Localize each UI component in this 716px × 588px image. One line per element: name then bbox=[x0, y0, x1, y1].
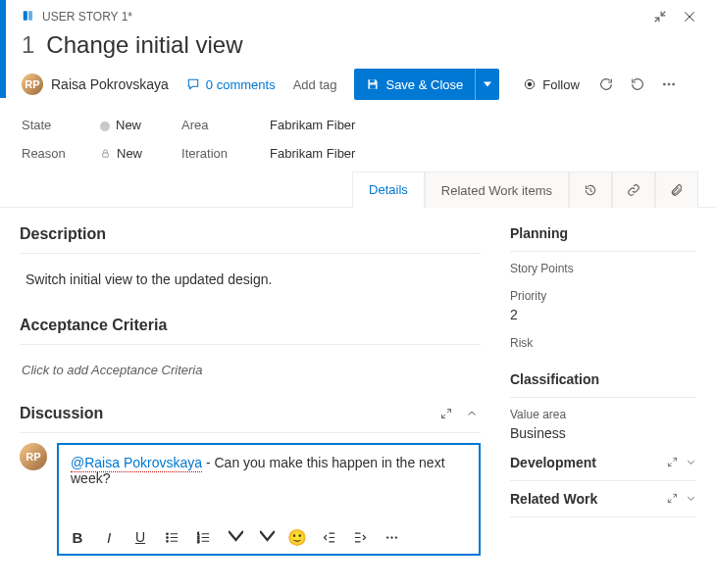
description-text[interactable]: Switch initial view to the updated desig… bbox=[26, 271, 481, 287]
state-field[interactable]: New bbox=[100, 118, 142, 132]
svg-point-16 bbox=[386, 536, 388, 538]
comments-count: 0 comments bbox=[206, 77, 276, 92]
rte-italic-button[interactable]: I bbox=[100, 528, 118, 546]
planning-heading: Planning bbox=[510, 225, 696, 241]
refresh-icon[interactable] bbox=[597, 75, 615, 93]
add-tag-button[interactable]: Add tag bbox=[293, 77, 337, 92]
svg-point-10 bbox=[166, 533, 168, 535]
rte-text-color-button[interactable] bbox=[257, 528, 275, 546]
acceptance-criteria-heading: Acceptance Criteria bbox=[20, 317, 481, 334]
svg-rect-2 bbox=[371, 79, 376, 82]
value-area-field[interactable]: Business bbox=[510, 425, 696, 441]
story-points-label: Story Points bbox=[510, 262, 696, 275]
area-label: Area bbox=[181, 118, 240, 132]
risk-label: Risk bbox=[510, 336, 696, 350]
value-area-label: Value area bbox=[510, 408, 696, 421]
tab-details[interactable]: Details bbox=[352, 172, 425, 208]
classification-heading: Classification bbox=[510, 371, 696, 387]
save-dropdown-caret[interactable] bbox=[475, 69, 499, 100]
discussion-heading: Discussion bbox=[20, 405, 103, 422]
state-dot-icon bbox=[100, 122, 110, 131]
iteration-label: Iteration bbox=[181, 146, 240, 161]
svg-rect-1 bbox=[28, 11, 32, 20]
rte-bold-button[interactable]: B bbox=[69, 528, 86, 546]
save-button-label: Save & Close bbox=[385, 77, 463, 92]
assignee-picker[interactable]: RP Raisa Pokrovskaya bbox=[22, 74, 169, 95]
state-label: State bbox=[22, 118, 71, 132]
svg-point-5 bbox=[528, 82, 532, 86]
svg-point-18 bbox=[395, 536, 397, 538]
collapse-in-icon[interactable] bbox=[651, 8, 669, 25]
user-story-type-icon bbox=[22, 9, 35, 25]
rte-more-button[interactable] bbox=[383, 528, 400, 546]
description-heading: Description bbox=[20, 225, 481, 243]
svg-point-11 bbox=[166, 536, 168, 538]
area-field[interactable]: Fabrikam Fiber bbox=[270, 118, 355, 132]
svg-rect-3 bbox=[371, 85, 377, 89]
svg-text:3: 3 bbox=[197, 539, 199, 543]
tab-related[interactable]: Related Work items bbox=[425, 172, 569, 208]
chevron-up-icon[interactable] bbox=[463, 405, 481, 422]
expand-icon[interactable] bbox=[667, 491, 678, 507]
reason-field[interactable]: New bbox=[100, 146, 142, 162]
development-heading: Development bbox=[510, 455, 596, 470]
undo-icon[interactable] bbox=[629, 75, 646, 93]
more-actions-icon[interactable] bbox=[660, 75, 678, 93]
expand-icon[interactable] bbox=[437, 405, 455, 422]
discussion-comment-input[interactable]: @Raisa Pokrovskaya - Can you make this h… bbox=[57, 443, 481, 556]
tab-attachments[interactable] bbox=[655, 172, 698, 208]
rte-emoji-button[interactable]: 🙂 bbox=[288, 528, 306, 546]
acceptance-criteria-input[interactable]: Click to add Acceptance Criteria bbox=[22, 363, 481, 377]
chevron-down-icon[interactable] bbox=[686, 455, 696, 470]
assignee-name: Raisa Pokrovskaya bbox=[51, 76, 169, 92]
rte-numbered-list-button[interactable]: 123 bbox=[194, 528, 212, 546]
reason-label: Reason bbox=[22, 146, 71, 161]
avatar: RP bbox=[22, 74, 43, 95]
save-and-close-button[interactable]: Save & Close bbox=[354, 69, 499, 100]
expand-icon[interactable] bbox=[667, 455, 678, 470]
work-item-type-label: USER STORY 1* bbox=[42, 10, 132, 24]
chevron-down-icon[interactable] bbox=[686, 491, 696, 507]
priority-field[interactable]: 2 bbox=[510, 307, 696, 322]
rte-highlight-button[interactable] bbox=[226, 528, 243, 546]
rte-bullet-list-button[interactable] bbox=[163, 528, 180, 546]
svg-point-8 bbox=[672, 83, 674, 85]
comments-link[interactable]: 0 comments bbox=[186, 77, 276, 92]
related-work-heading: Related Work bbox=[510, 491, 597, 507]
rte-outdent-button[interactable] bbox=[320, 528, 337, 546]
svg-point-6 bbox=[663, 83, 665, 85]
current-user-avatar: RP bbox=[20, 443, 47, 470]
rte-indent-button[interactable] bbox=[351, 528, 369, 546]
iteration-field[interactable]: Fabrikam Fiber bbox=[270, 146, 355, 161]
follow-button[interactable]: Follow bbox=[523, 77, 580, 92]
work-item-title[interactable]: Change initial view bbox=[46, 31, 242, 59]
svg-rect-0 bbox=[24, 11, 27, 20]
tab-links[interactable] bbox=[612, 172, 655, 208]
close-button[interactable] bbox=[681, 8, 698, 25]
work-item-id: 1 bbox=[22, 31, 34, 59]
svg-point-7 bbox=[668, 83, 670, 85]
tab-history[interactable] bbox=[569, 172, 612, 208]
svg-point-12 bbox=[166, 540, 168, 542]
rte-underline-button[interactable]: U bbox=[131, 528, 149, 546]
follow-label: Follow bbox=[542, 77, 580, 92]
lock-icon bbox=[100, 147, 111, 162]
priority-label: Priority bbox=[510, 289, 696, 303]
svg-point-17 bbox=[390, 536, 392, 538]
svg-rect-9 bbox=[103, 153, 109, 157]
